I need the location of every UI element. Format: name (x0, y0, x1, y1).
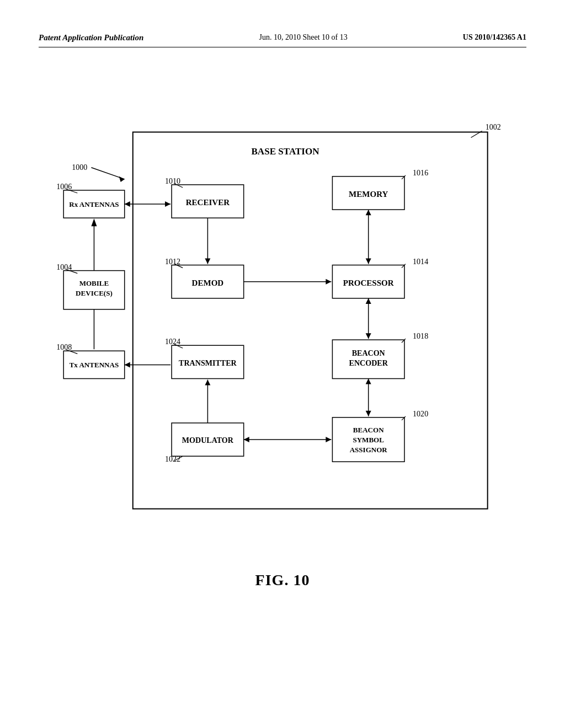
svg-line-6 (66, 350, 77, 354)
ref-1004: 1004 (56, 263, 72, 271)
svg-marker-30 (366, 379, 371, 384)
beacon-encoder-label-1: BEACON (352, 349, 385, 357)
ref-1002: 1002 (486, 122, 501, 131)
receiver-label: RECEIVER (186, 198, 230, 207)
page: Patent Application Publication Jun. 10, … (0, 0, 565, 728)
beacon-symbol-label-1: BEACON (353, 426, 384, 434)
tx-antennas-label: Tx ANTENNAS (70, 361, 119, 369)
svg-line-24 (402, 339, 406, 342)
svg-line-28 (402, 416, 406, 420)
fig-label: FIG. 10 (39, 571, 526, 589)
beacon-symbol-label-2: SYMBOL (353, 436, 384, 444)
ref-1016: 1016 (413, 168, 428, 177)
svg-marker-23 (366, 259, 371, 264)
beacon-symbol-label-3: ASSIGNOR (350, 446, 388, 454)
ref-1010: 1010 (165, 176, 180, 185)
page-header: Patent Application Publication Jun. 10, … (39, 33, 526, 47)
ref-1020: 1020 (413, 409, 428, 418)
svg-marker-13 (125, 201, 130, 207)
svg-marker-22 (366, 210, 371, 215)
svg-text:DEVICE(S): DEVICE(S) (76, 289, 113, 297)
modulator-label: MODULATOR (182, 436, 234, 445)
svg-line-17 (402, 264, 406, 268)
base-station-box (133, 132, 488, 509)
svg-line-4 (66, 270, 77, 274)
svg-marker-27 (366, 333, 371, 339)
svg-marker-38 (125, 362, 130, 367)
ref-1000: 1000 (72, 163, 87, 172)
rx-antennas-label: Rx ANTENNAS (69, 200, 119, 208)
processor-label: PROCESSOR (343, 279, 394, 287)
svg-marker-1 (119, 176, 125, 182)
memory-label: MEMORY (349, 190, 388, 199)
transmitter-label: TRANSMITTER (179, 358, 237, 367)
svg-line-5 (66, 189, 77, 193)
demod-label: DEMOD (192, 279, 224, 287)
svg-marker-40 (205, 380, 210, 386)
ref-1008: 1008 (56, 342, 72, 351)
beacon-encoder-label-2: ENCODER (349, 358, 388, 367)
ref-1024: 1024 (165, 337, 180, 346)
svg-marker-34 (244, 437, 249, 442)
patent-number: US 2010/142365 A1 (463, 33, 526, 42)
ref-1018: 1018 (413, 331, 428, 340)
svg-marker-31 (366, 411, 371, 416)
publication-label: Patent Application Publication (39, 33, 143, 42)
svg-marker-8 (91, 218, 97, 226)
diagram-area: 1000 1002 BASE STATION MOBILE DEVICE(S) … (39, 81, 526, 549)
sheet-info: Jun. 10, 2010 Sheet 10 of 13 (259, 33, 347, 42)
svg-marker-16 (205, 259, 210, 264)
ref-1006: 1006 (56, 182, 72, 191)
base-station-label: BASE STATION (251, 146, 319, 157)
mobile-device-label: MOBILE (79, 279, 109, 287)
svg-marker-12 (165, 201, 170, 207)
svg-marker-35 (326, 437, 331, 442)
ref-1012: 1012 (165, 257, 180, 266)
svg-marker-19 (326, 279, 331, 285)
diagram-svg: 1000 1002 BASE STATION MOBILE DEVICE(S) … (39, 81, 526, 549)
ref-1014: 1014 (413, 257, 428, 266)
svg-line-20 (402, 175, 406, 179)
svg-marker-26 (366, 298, 371, 304)
